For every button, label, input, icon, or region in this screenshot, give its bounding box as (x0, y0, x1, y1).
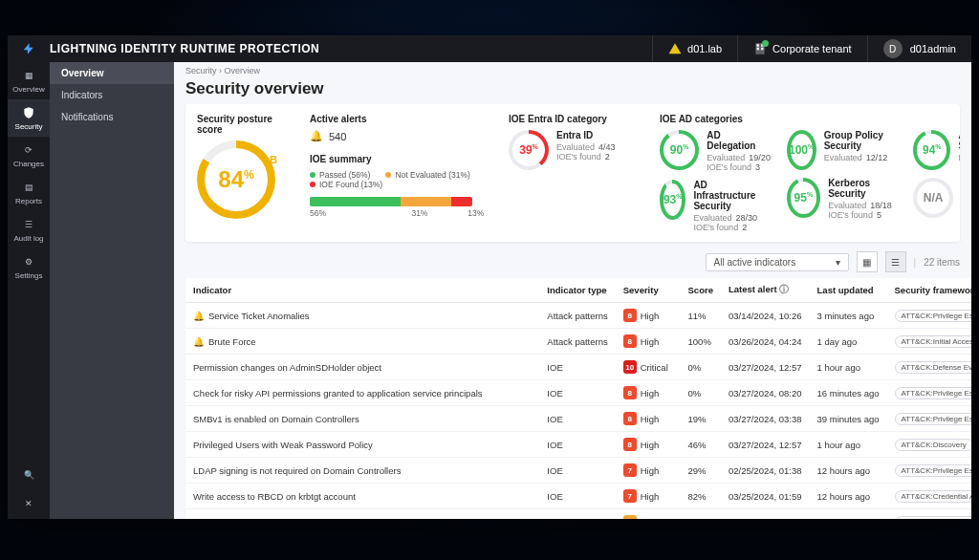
severity-score: 8 (623, 386, 637, 399)
cat-kerberos-security[interactable]: 95%Kerberos SecurityEvaluated18/18IOE's … (787, 178, 899, 220)
severity-score: 7 (623, 489, 637, 503)
indicator-name: Privileged Users with Weak Password Poli… (193, 440, 373, 450)
latest-alert: 03/27/2024, 12:57 (721, 355, 810, 380)
list-icon: ☰ (21, 217, 36, 232)
search-icon: 🔍 (21, 467, 36, 483)
sidebar-item-changes[interactable]: ⟳Changes (8, 137, 50, 174)
tag[interactable]: ATT&CK:Privilege Escalation (895, 413, 971, 425)
cat-group-policy-security[interactable]: 100%Group Policy SecurityEvaluated12/12 (787, 130, 899, 170)
document-icon: ▤ (21, 180, 36, 195)
table-row[interactable]: 🔔Brute ForceAttack patterns8High100%03/2… (185, 329, 971, 355)
subnav-overview[interactable]: Overview (50, 62, 174, 84)
sidebar-close[interactable]: ✕ (8, 490, 50, 519)
tag[interactable]: ATT&CK:Privilege Escalation (895, 310, 971, 322)
score: 0% (681, 509, 721, 520)
last-updated: 12 hours ago (810, 484, 887, 509)
col-header[interactable]: Indicator (185, 278, 539, 303)
cat-hybrid[interactable]: N/AHybridEvaluated (913, 178, 960, 218)
severity-label: Medium (641, 517, 673, 520)
subnav-indicators[interactable]: Indicators (50, 84, 174, 106)
cat-entra[interactable]: 39% Entra ID Evaluated4/43 IOE's found2 (509, 130, 642, 170)
chevron-down-icon: ▾ (836, 257, 840, 268)
col-header[interactable]: Indicator type (539, 278, 615, 303)
tag[interactable]: ATT&CK:Privilege Escalation (895, 464, 971, 477)
indicator-type: IOE (539, 355, 615, 380)
col-header[interactable]: Last updated (810, 278, 887, 303)
sidebar-item-auditlog[interactable]: ☰Audit log (8, 211, 50, 248)
ad-cats-label: IOE AD categories (660, 114, 960, 124)
alerts-label: Active alerts (310, 114, 491, 124)
filter-dropdown[interactable]: All active indicators▾ (706, 253, 849, 271)
bell-icon: 🔔 (310, 130, 323, 142)
table-toolbar: All active indicators▾ ▦ ☰ | 22 items (174, 251, 971, 278)
severity-score: 7 (623, 463, 637, 477)
tenant-domain[interactable]: d01.lab (652, 35, 737, 62)
indicator-name: SMBv1 is enabled on Domain Controllers (193, 414, 359, 424)
severity-label: High (641, 388, 660, 398)
tag[interactable]: ATT&CK:Initial Access (895, 516, 971, 520)
last-updated: 5 hours ago (810, 509, 887, 520)
indicator-name: Application Name and Geographic Location… (193, 517, 532, 520)
tags-cell: ATT&CK:Credential Access (887, 484, 971, 509)
app-window: LIGHTNING IDENTITY RUNTIME PROTECTION d0… (8, 35, 971, 519)
severity-label: High (641, 491, 660, 502)
table-row[interactable]: Application Name and Geographic Location… (185, 509, 971, 520)
cat-ad-delegation[interactable]: 90%AD DelegationEvaluated19/20IOE's foun… (660, 130, 772, 172)
info-icon: ⓘ (779, 284, 789, 294)
ioe-summary-label: IOE summary (310, 154, 491, 164)
col-header[interactable]: Score (681, 278, 721, 303)
user-menu[interactable]: D d01admin (867, 35, 971, 62)
indicator-type: IOE (539, 484, 615, 509)
sidebar-search[interactable]: 🔍 (8, 462, 50, 490)
sidebar-item-reports[interactable]: ▤Reports (8, 174, 50, 211)
cat-ad-infrastructure-security[interactable]: 93%AD Infrastructure SecurityEvaluated28… (660, 180, 772, 232)
subnav-notifications[interactable]: Notifications (50, 106, 174, 128)
last-updated: 1 hour ago (810, 355, 887, 380)
indicator-name: LDAP signing is not required on Domain C… (193, 465, 401, 476)
table-row[interactable]: 🔔Service Ticket AnomaliesAttack patterns… (185, 303, 971, 329)
last-updated: 1 day ago (810, 329, 887, 355)
tag[interactable]: ATT&CK:Defense Evasion (895, 361, 971, 374)
alerts-row[interactable]: 🔔540 (310, 130, 491, 142)
score: 46% (681, 432, 721, 458)
close-icon: ✕ (21, 496, 36, 511)
ioe-summary-bar (310, 197, 472, 206)
view-list-button[interactable]: ☰ (885, 251, 906, 272)
col-header[interactable]: Security framework tags (887, 278, 971, 303)
table-row[interactable]: SMBv1 is enabled on Domain ControllersIO… (185, 406, 971, 432)
tag[interactable]: ATT&CK:Initial Access (895, 335, 971, 348)
col-header[interactable]: Latest alert ⓘ (721, 278, 810, 303)
table-row[interactable]: Permission changes on AdminSDHolder obje… (185, 355, 971, 380)
table-row[interactable]: Write access to RBCD on krbtgt accountIO… (185, 484, 971, 509)
tag[interactable]: ATT&CK:Discovery (895, 439, 971, 451)
table-row[interactable]: LDAP signing is not required on Domain C… (185, 458, 971, 484)
col-header[interactable]: Severity (616, 278, 681, 303)
last-updated: 1 hour ago (810, 432, 887, 458)
tag[interactable]: ATT&CK:Privilege Escalation (895, 387, 971, 399)
latest-alert: 03/14/2024, 10:26 (721, 303, 810, 329)
severity-score: 8 (623, 438, 637, 451)
severity-label: High (641, 336, 660, 347)
view-grid-button[interactable]: ▦ (857, 251, 878, 272)
tag[interactable]: ATT&CK:Credential Access (895, 490, 971, 503)
severity-label: High (641, 311, 660, 321)
breadcrumb: Security › Overview (174, 62, 971, 79)
sidebar-item-overview[interactable]: ▦Overview (8, 62, 50, 99)
content: Security › Overview Security overview Se… (174, 62, 971, 519)
indicator-name: Service Ticket Anomalies (208, 311, 310, 321)
table-row[interactable]: Check for risky API permissions granted … (185, 380, 971, 406)
sidebar-item-settings[interactable]: ⚙Settings (8, 248, 50, 286)
score: 29% (681, 458, 721, 484)
ioe-summary-legend: Passed (56%)Not Evaluated (31%)IOE Found… (310, 170, 491, 189)
sidebar-item-security[interactable]: Security (8, 99, 50, 137)
severity-score: 8 (623, 334, 637, 348)
shield-icon (21, 105, 36, 120)
table-row[interactable]: Privileged Users with Weak Password Poli… (185, 432, 971, 458)
tenant-name[interactable]: Corporate tenant (737, 35, 867, 62)
indicator-type: Attack patterns (539, 303, 615, 329)
dashboard-icon: ▦ (21, 68, 36, 83)
posture-label: Security posture score (197, 114, 293, 135)
indicator-type: IOE (539, 509, 615, 520)
warning-triangle-icon (668, 42, 682, 55)
cat-account-sec[interactable]: 94%Account SecEvaluated25 (913, 130, 960, 170)
